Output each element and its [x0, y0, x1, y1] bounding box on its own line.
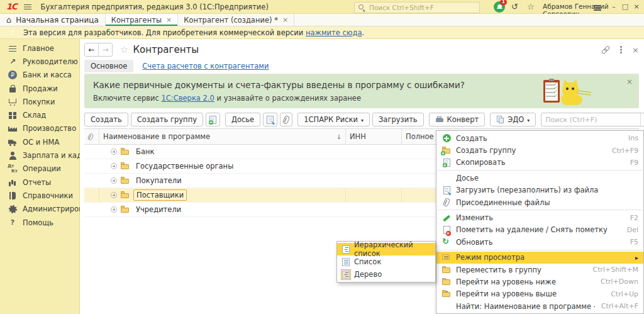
tab-kontragent-create[interactable]: Контрагент (создание) * ×: [177, 14, 294, 26]
menu-item-view-mode[interactable]: Режим просмотра: [436, 252, 643, 264]
main-menu-icon[interactable]: [23, 3, 32, 11]
menu-item-mark-deletion[interactable]: Пометить на удаление / Снять пометку Del: [436, 224, 643, 236]
load-from-file-button[interactable]: [263, 113, 277, 126]
expand-icon[interactable]: [111, 163, 117, 169]
maximize-button[interactable]: □: [620, 2, 630, 12]
clear-search-icon[interactable]: ×: [640, 113, 644, 126]
favorites-star-icon[interactable]: ☆: [527, 2, 535, 12]
tab-close-icon[interactable]: ×: [282, 16, 288, 24]
inn-column-header[interactable]: ИНН: [346, 129, 402, 144]
tab-close-icon[interactable]: ×: [166, 16, 172, 24]
expand-icon[interactable]: [111, 192, 117, 198]
edo-button[interactable]: ЭДО: [490, 113, 536, 126]
menu-item-create[interactable]: Создать Ins: [436, 132, 643, 144]
menu-item-refresh[interactable]: Обновить F5: [436, 236, 643, 248]
tab-scheta-raschetov[interactable]: Счета расчетов с контрагентами: [142, 62, 269, 70]
menu-icon: [8, 44, 18, 53]
attachments-column-header[interactable]: [84, 129, 99, 144]
promo-subtitle: Включите сервис 1С:Сверка 2.0 и узнавайт…: [93, 94, 361, 103]
printer-icon: [435, 116, 444, 123]
sidebar-item-pokupki[interactable]: Покупки: [0, 95, 79, 108]
cart-icon: [8, 98, 18, 106]
menu-item-shortcut: F2: [630, 214, 638, 222]
sidebar-item-label: Продажи: [23, 84, 58, 93]
menu-item-load-from-file[interactable]: Загрузить (перезаполнить) из файла: [436, 184, 643, 196]
menu-separator: [438, 250, 642, 250]
sidebar-item-bank-i-kassa[interactable]: Банк и касса: [0, 69, 79, 82]
delete-mark-icon: [443, 226, 450, 234]
close-button[interactable]: ×: [631, 2, 641, 12]
sidebar-item-pomosch[interactable]: Помощь: [0, 216, 79, 229]
menu-separator: [438, 170, 642, 171]
spark-risks-button[interactable]: 1СПАРК Риски: [297, 113, 370, 126]
menu-item-dossier[interactable]: Досье: [436, 172, 643, 184]
dossier-button[interactable]: Досье: [225, 113, 260, 126]
submenu-item-tree[interactable]: Дерево: [337, 268, 435, 281]
favorite-star-icon[interactable]: ☆: [120, 44, 128, 55]
create-group-button[interactable]: Создать группу: [131, 113, 203, 126]
hierarchical-list-icon: [342, 245, 350, 254]
folder-icon: [121, 206, 130, 213]
menu-item-copy[interactable]: Скопировать F9: [436, 157, 643, 169]
sidebar-item-proizvodstvo[interactable]: Производство: [0, 122, 79, 135]
sidebar-item-label: Банк и касса: [23, 70, 72, 79]
notifications-bell-icon[interactable]: 1: [494, 1, 505, 13]
menu-item-shortcut: F9: [630, 159, 638, 167]
sidebar-item-administrirovanie[interactable]: Администрирование: [0, 203, 79, 216]
sidebar-item-glavnoe[interactable]: Главное: [0, 42, 79, 55]
tab-kontragenty[interactable]: Контрагенты ×: [105, 14, 177, 26]
menu-item-create-group[interactable]: Создать группу Ctrl+F9: [436, 144, 643, 156]
sections-sidebar: Главное Руководителю Банк и касса Продаж…: [0, 39, 80, 314]
tab-osnovnoe[interactable]: Основное: [84, 60, 133, 72]
global-search[interactable]: [354, 2, 480, 13]
envelope-button[interactable]: Конверт: [429, 113, 486, 126]
refresh-icon: [442, 238, 451, 247]
sidebar-item-zarplata-i-kadry[interactable]: Зарплата и кадры: [0, 149, 79, 162]
move-group-icon: ↵: [442, 266, 451, 274]
history-icon[interactable]: ↺: [511, 2, 518, 12]
sidebar-item-spravochniki[interactable]: Справочники: [0, 189, 79, 202]
sidebar-item-os-i-nma[interactable]: ОС и НМА: [0, 135, 79, 149]
sidebar-item-prodazhi[interactable]: Продажи: [0, 82, 79, 95]
minimize-button[interactable]: –: [609, 2, 619, 12]
sidebar-item-label: Помощь: [23, 218, 53, 227]
menu-item-move-to-group[interactable]: ↵ Переместить в группу Ctrl+Shift+M: [436, 264, 643, 276]
more-options-kebab-icon[interactable]: [619, 45, 622, 54]
sidebar-item-sklad[interactable]: Склад: [0, 108, 79, 121]
list-search-input[interactable]: [541, 116, 640, 124]
sverka-link[interactable]: 1С:Сверка 2.0: [162, 94, 214, 103]
load-button[interactable]: Загрузить: [372, 113, 424, 126]
menu-item-find[interactable]: Найти: Наименование в программе - Постав…: [436, 300, 643, 312]
back-button[interactable]: ←: [85, 43, 98, 56]
menu-item-level-down[interactable]: ↓ Перейти на уровень ниже Ctrl+Down: [436, 276, 643, 288]
close-page-icon[interactable]: ×: [632, 45, 639, 55]
menu-item-attached-files[interactable]: Присоединенные файлы: [436, 196, 643, 208]
submenu-item-hierarchical-list[interactable]: Иерархический список: [337, 243, 435, 255]
expand-icon[interactable]: [111, 149, 117, 155]
copy-button[interactable]: [206, 113, 220, 126]
name-column-header[interactable]: Наименование в программе↓: [99, 129, 346, 144]
menu-item-level-up[interactable]: ↑ Перейти на уровень выше Ctrl+Up: [436, 288, 643, 300]
sverka-promo-banner: Какие первичные документы и счета-фактур…: [84, 74, 639, 108]
sidebar-item-label: Отчеты: [23, 178, 51, 187]
get-link-icon[interactable]: [599, 43, 611, 56]
service-menu-icon[interactable]: [593, 4, 602, 11]
devbar-link[interactable]: нажмите сюда: [306, 28, 362, 37]
expand-icon[interactable]: [111, 177, 117, 184]
edo-docs-icon: [496, 116, 504, 123]
sidebar-item-rukovoditelyu[interactable]: Руководителю: [0, 55, 79, 68]
attached-files-button[interactable]: [280, 113, 292, 126]
sidebar-item-otchety[interactable]: Отчеты: [0, 176, 79, 189]
sort-descending-icon: ↓: [336, 133, 341, 140]
promo-close-icon[interactable]: ×: [626, 77, 633, 86]
file-load-icon: [443, 186, 450, 194]
home-tab[interactable]: Начальная страница: [0, 14, 105, 26]
create-button[interactable]: Создать: [84, 113, 128, 126]
menu-item-edit[interactable]: Изменить F2: [436, 211, 643, 223]
list-search-field[interactable]: ×: [541, 113, 644, 126]
forward-button[interactable]: →: [98, 43, 112, 56]
file-load-icon: [267, 116, 274, 124]
global-search-input[interactable]: [368, 3, 471, 12]
sidebar-item-operacii[interactable]: Операции: [0, 162, 79, 176]
expand-icon[interactable]: [111, 206, 117, 213]
